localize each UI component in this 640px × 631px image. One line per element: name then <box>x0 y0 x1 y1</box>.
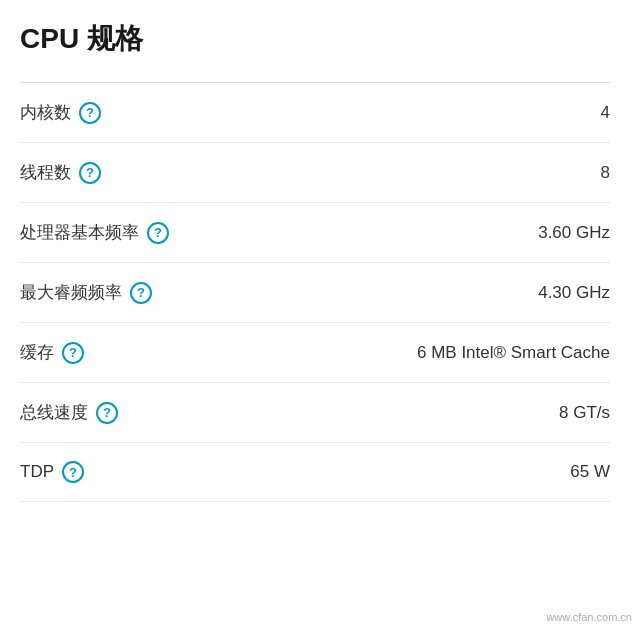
spec-row-tdp: TDP?65 W <box>20 443 610 502</box>
help-icon-base-frequency[interactable]: ? <box>147 222 169 244</box>
spec-value-base-frequency: 3.60 GHz <box>538 223 610 243</box>
help-icon-max-turbo-frequency[interactable]: ? <box>130 282 152 304</box>
watermark: www.cfan.com.cn <box>546 611 632 623</box>
spec-label-base-frequency: 处理器基本频率 <box>20 221 139 244</box>
page-title: CPU 规格 <box>20 20 610 64</box>
spec-row-thread-count: 线程数?8 <box>20 143 610 203</box>
spec-value-bus-speed: 8 GT/s <box>559 403 610 423</box>
spec-row-cache: 缓存?6 MB Intel® Smart Cache <box>20 323 610 383</box>
spec-label-max-turbo-frequency: 最大睿频频率 <box>20 281 122 304</box>
spec-row-max-turbo-frequency: 最大睿频频率?4.30 GHz <box>20 263 610 323</box>
spec-label-group-tdp: TDP? <box>20 461 84 483</box>
spec-row-core-count: 内核数?4 <box>20 83 610 143</box>
help-icon-tdp[interactable]: ? <box>62 461 84 483</box>
specs-list: 内核数?4线程数?8处理器基本频率?3.60 GHz最大睿频频率?4.30 GH… <box>20 83 610 502</box>
spec-label-group-core-count: 内核数? <box>20 101 101 124</box>
page-container: CPU 规格 内核数?4线程数?8处理器基本频率?3.60 GHz最大睿频频率?… <box>0 0 640 522</box>
spec-value-tdp: 65 W <box>570 462 610 482</box>
spec-label-group-cache: 缓存? <box>20 341 84 364</box>
spec-value-cache: 6 MB Intel® Smart Cache <box>417 343 610 363</box>
spec-label-thread-count: 线程数 <box>20 161 71 184</box>
spec-value-thread-count: 8 <box>601 163 610 183</box>
spec-label-group-thread-count: 线程数? <box>20 161 101 184</box>
help-icon-thread-count[interactable]: ? <box>79 162 101 184</box>
help-icon-cache[interactable]: ? <box>62 342 84 364</box>
spec-label-core-count: 内核数 <box>20 101 71 124</box>
help-icon-core-count[interactable]: ? <box>79 102 101 124</box>
spec-value-max-turbo-frequency: 4.30 GHz <box>538 283 610 303</box>
spec-label-group-max-turbo-frequency: 最大睿频频率? <box>20 281 152 304</box>
spec-label-cache: 缓存 <box>20 341 54 364</box>
spec-label-group-base-frequency: 处理器基本频率? <box>20 221 169 244</box>
spec-row-bus-speed: 总线速度?8 GT/s <box>20 383 610 443</box>
spec-label-tdp: TDP <box>20 462 54 482</box>
help-icon-bus-speed[interactable]: ? <box>96 402 118 424</box>
spec-value-core-count: 4 <box>601 103 610 123</box>
spec-row-base-frequency: 处理器基本频率?3.60 GHz <box>20 203 610 263</box>
spec-label-bus-speed: 总线速度 <box>20 401 88 424</box>
spec-label-group-bus-speed: 总线速度? <box>20 401 118 424</box>
